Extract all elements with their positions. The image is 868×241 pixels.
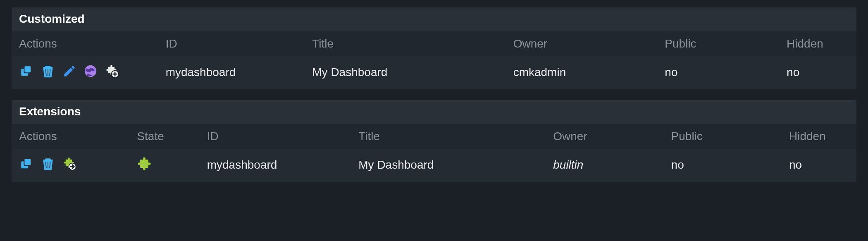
col-header-hidden: Hidden [779, 31, 856, 56]
col-header-title: Title [305, 31, 506, 56]
cell-id: mydashboard [158, 56, 305, 89]
add-extension-icon[interactable] [105, 64, 119, 79]
clone-icon[interactable] [19, 64, 34, 79]
section-title: Extensions [12, 100, 856, 124]
extensions-table: Actions State ID Title Owner Public Hidd… [12, 124, 856, 182]
customized-table: Actions ID Title Owner Public Hidden [12, 31, 856, 89]
section-extensions: Extensions Actions State ID Title Owner … [12, 100, 856, 182]
col-header-id: ID [200, 124, 351, 149]
export-extension-icon[interactable] [62, 156, 77, 171]
table-header-row: Actions ID Title Owner Public Hidden [12, 31, 856, 56]
table-header-row: Actions State ID Title Owner Public Hidd… [12, 124, 856, 149]
table-row: mydashboard My Dashboard cmkadmin no no [12, 56, 856, 89]
col-header-state: State [129, 124, 199, 149]
table-row: mydashboard My Dashboard builtin no no [12, 149, 856, 182]
col-header-hidden: Hidden [782, 124, 856, 149]
col-header-public: Public [657, 31, 779, 56]
edit-icon[interactable] [62, 64, 77, 79]
extension-state-icon [137, 156, 152, 171]
cell-owner: cmkadmin [506, 56, 658, 89]
globe-icon[interactable] [83, 64, 98, 79]
cell-actions [12, 56, 158, 89]
col-header-owner: Owner [546, 124, 663, 149]
cell-public: no [657, 56, 779, 89]
col-header-actions: Actions [12, 124, 129, 149]
section-title: Customized [12, 7, 856, 31]
col-header-actions: Actions [12, 31, 158, 56]
cell-owner: builtin [546, 149, 663, 182]
delete-icon[interactable] [41, 64, 55, 79]
section-customized: Customized Actions ID Title Owner Public… [12, 7, 856, 89]
cell-title: My Dashboard [305, 56, 506, 89]
cell-hidden: no [779, 56, 856, 89]
svg-rect-1 [24, 66, 31, 73]
col-header-title: Title [351, 124, 546, 149]
col-header-owner: Owner [506, 31, 658, 56]
clone-icon[interactable] [19, 156, 34, 171]
cell-id: mydashboard [200, 149, 351, 182]
svg-rect-5 [24, 158, 31, 165]
delete-icon[interactable] [41, 156, 55, 171]
col-header-id: ID [158, 31, 305, 56]
col-header-public: Public [664, 124, 782, 149]
cell-hidden: no [782, 149, 856, 182]
cell-actions [12, 149, 129, 182]
cell-public: no [664, 149, 782, 182]
cell-state [129, 149, 199, 182]
cell-title: My Dashboard [351, 149, 546, 182]
